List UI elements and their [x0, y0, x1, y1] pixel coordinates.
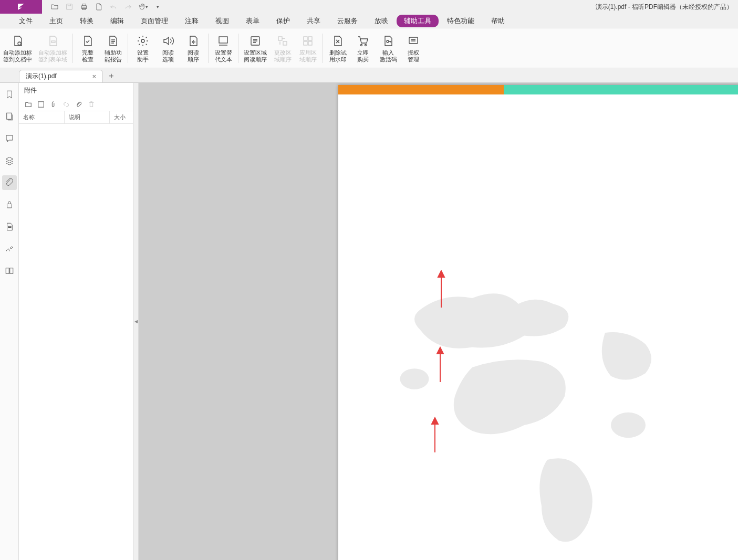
ribbon-label: 输入 激活码 [380, 49, 397, 63]
col-size[interactable]: 大小 [110, 111, 133, 123]
svg-rect-21 [8, 226, 11, 227]
svg-rect-20 [7, 204, 12, 208]
side-sign-icon[interactable] [2, 241, 17, 256]
ribbon-label: 自动添加标 签到表单域 [38, 49, 67, 63]
panel-collapse-handle[interactable] [133, 83, 139, 560]
alt-text-icon [216, 34, 231, 48]
menu-item-3[interactable]: 编辑 [102, 14, 132, 28]
page-header-orange [338, 85, 504, 94]
svg-rect-13 [304, 41, 307, 45]
menu-item-0[interactable]: 文件 [11, 14, 41, 28]
menu-item-11[interactable]: 放映 [366, 14, 397, 28]
side-attachment-icon[interactable] [2, 175, 17, 190]
save-icon[interactable] [62, 1, 77, 13]
ribbon-label: 阅读 选项 [162, 49, 174, 63]
newpage-icon[interactable] [91, 1, 106, 13]
world-map-graphic [386, 263, 674, 552]
ribbon-label: 应用区 域顺序 [299, 49, 317, 63]
menu-item-5[interactable]: 注释 [176, 14, 207, 28]
delete-attachment-icon[interactable] [87, 100, 96, 109]
side-bookmark-icon[interactable] [2, 87, 17, 102]
ribbon-btn-remove-watermark[interactable]: 删除试 用水印 [325, 30, 350, 66]
document-canvas[interactable]: PMS [139, 83, 738, 560]
svg-point-4 [18, 42, 21, 45]
menu-item-2[interactable]: 转换 [71, 14, 102, 28]
ribbon-btn-area-read[interactable]: 设置区域 阅读顺序 [241, 30, 270, 66]
paperclip-icon[interactable] [75, 100, 83, 109]
app-logo[interactable] [0, 0, 42, 14]
ribbon-btn-order[interactable]: 阅读 顺序 [181, 30, 206, 66]
save-attachment-icon[interactable] [37, 100, 45, 109]
cart-icon [356, 34, 370, 48]
ribbon-label: 立即 购买 [357, 49, 369, 63]
svg-rect-23 [9, 268, 13, 274]
link-attachment-icon[interactable] [62, 100, 70, 109]
ribbon-separator [238, 34, 238, 63]
hand-icon[interactable]: ▾ [136, 1, 150, 13]
quick-access-toolbar: ▾ ▾ [42, 1, 165, 13]
col-name[interactable]: 名称 [19, 111, 65, 123]
menu-item-14[interactable]: 帮助 [483, 14, 513, 28]
ribbon-btn-doc-tag[interactable]: 自动添加标 签到文档中 [0, 30, 35, 66]
menu-item-13[interactable]: 特色功能 [439, 14, 483, 28]
menu-item-8[interactable]: 保护 [268, 14, 298, 28]
svg-rect-10 [283, 41, 287, 45]
menu-item-9[interactable]: 共享 [298, 14, 329, 28]
ribbon-label: 更改区 域顺序 [274, 49, 292, 63]
ribbon-btn-key[interactable]: 输入 激活码 [376, 30, 401, 66]
open-icon[interactable] [47, 1, 62, 13]
pdf-page: PMS [338, 85, 738, 560]
new-tab-button[interactable]: + [105, 70, 118, 82]
ribbon-label: 设置 助手 [137, 49, 149, 63]
ribbon-btn-license[interactable]: 授权 管理 [401, 30, 426, 66]
window-title: 演示(1).pdf - 福昕PDF编辑器（未经授权的产品） [165, 3, 738, 12]
side-comment-icon[interactable] [2, 131, 17, 146]
doc-tab[interactable]: 演示(1).pdf × [19, 70, 103, 82]
menu-item-4[interactable]: 页面管理 [132, 14, 176, 28]
side-pages-icon[interactable] [2, 109, 17, 124]
ribbon-label: 设置替 代文本 [215, 49, 232, 63]
side-layers-icon[interactable] [2, 153, 17, 168]
ribbon-btn-check[interactable]: 完整 检查 [75, 30, 100, 66]
menubar: 文件主页转换编辑页面管理注释视图表单保护共享云服务放映辅助工具特色功能帮助 [0, 14, 738, 28]
add-attachment-icon[interactable] [49, 100, 58, 109]
side-compare-icon[interactable] [2, 263, 17, 278]
ribbon-btn-cart[interactable]: 立即 购买 [350, 30, 376, 66]
ribbon-btn-area-change: 更改区 域顺序 [270, 30, 295, 66]
page-header-teal [504, 85, 738, 94]
ribbon-btn-gear[interactable]: 设置 助手 [130, 30, 155, 66]
doc-tag-icon [11, 34, 25, 48]
menu-item-7[interactable]: 表单 [237, 14, 268, 28]
svg-rect-18 [409, 37, 418, 44]
red-arrow-2 [436, 346, 444, 384]
ribbon-btn-report[interactable]: 辅助功 能报告 [100, 30, 126, 66]
ribbon-btn-alt-text[interactable]: 设置替 代文本 [211, 30, 236, 66]
open-attachment-icon[interactable] [24, 100, 33, 109]
ribbon-separator [72, 34, 73, 63]
svg-rect-14 [308, 41, 312, 45]
customize-qat-icon[interactable]: ▾ [150, 1, 165, 13]
svg-rect-22 [6, 268, 9, 274]
menu-item-1[interactable]: 主页 [41, 14, 71, 28]
svg-rect-19 [6, 113, 11, 119]
svg-rect-9 [278, 37, 282, 40]
panel-title: 附件 [19, 83, 133, 98]
svg-rect-11 [304, 37, 307, 40]
svg-point-6 [141, 39, 144, 43]
col-desc[interactable]: 说明 [65, 111, 110, 123]
close-icon[interactable]: × [90, 72, 98, 80]
key-icon [381, 34, 396, 48]
menu-item-12[interactable]: 辅助工具 [397, 15, 439, 27]
ribbon-btn-sound[interactable]: 阅读 选项 [155, 30, 181, 66]
area-read-icon [248, 34, 263, 48]
print-icon[interactable] [77, 1, 91, 13]
side-form-icon[interactable] [2, 219, 17, 234]
svg-rect-24 [38, 102, 44, 108]
undo-icon[interactable] [106, 1, 121, 13]
menu-item-10[interactable]: 云服务 [329, 14, 366, 28]
svg-rect-2 [82, 4, 86, 6]
ribbon-label: 设置区域 阅读顺序 [244, 49, 267, 63]
menu-item-6[interactable]: 视图 [207, 14, 237, 28]
side-security-icon[interactable] [2, 197, 17, 212]
redo-icon[interactable] [121, 1, 136, 13]
